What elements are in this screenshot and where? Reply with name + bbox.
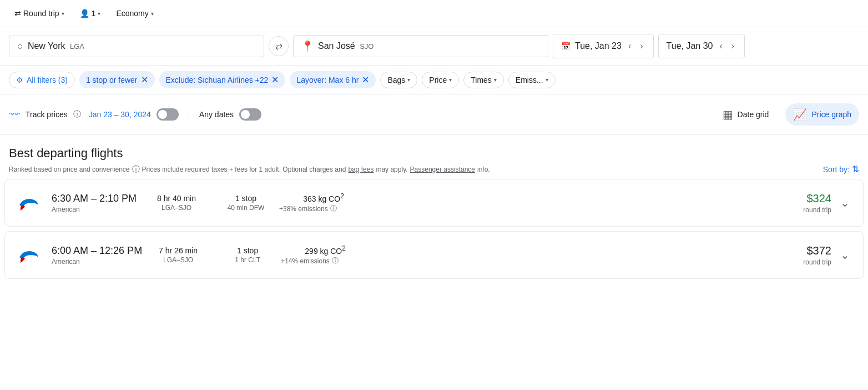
emissions-info-icon-2[interactable]: ⓘ xyxy=(332,256,339,266)
airlines-filter-remove[interactable]: ✕ xyxy=(271,74,279,85)
origin-field[interactable]: ○ New York LGA xyxy=(9,36,264,57)
filter-icon: ⚙ xyxy=(16,76,23,84)
bags-filter-button[interactable]: Bags ▾ xyxy=(380,72,417,88)
depart-time-1: 6:30 AM xyxy=(52,193,88,204)
departure-next-button[interactable]: › xyxy=(638,39,645,53)
cabin-class-chevron: ▾ xyxy=(151,11,154,17)
price-label-2: round trip xyxy=(759,258,831,266)
times-label: Times xyxy=(471,76,492,84)
destination-icon: 📍 xyxy=(301,40,314,52)
search-row: ○ New York LGA ⇄ 📍 San José SJO 📅 Tue, J… xyxy=(0,27,868,66)
filters-row: ⚙ All filters (3) 1 stop or fewer ✕ Excl… xyxy=(0,66,868,94)
sort-by-label: Sort by: xyxy=(823,165,850,174)
track-prices-label: Track prices xyxy=(26,110,68,119)
destination-code: SJO xyxy=(360,42,374,51)
times-filter-button[interactable]: Times ▾ xyxy=(463,72,504,88)
all-filters-label: All filters (3) xyxy=(27,76,68,84)
prices-note: Prices include required taxes + fees for… xyxy=(142,166,346,173)
flight-duration-2: 7 hr 26 min LGA–SJO xyxy=(142,246,214,264)
passengers-button[interactable]: 👤 1 ▾ xyxy=(74,6,107,21)
track-prices-slider xyxy=(157,108,179,121)
bag-fees-link[interactable]: bag fees xyxy=(348,166,374,173)
return-prev-button[interactable]: ‹ xyxy=(717,39,724,53)
arrive-time-2: 12:26 PM xyxy=(99,245,142,256)
emissions-pct-2: +14% emissions ⓘ xyxy=(281,256,370,266)
price-label: Price xyxy=(429,76,447,84)
price-amount-2: $372 xyxy=(759,244,831,257)
airlines-filter-label: Exclude: Sichuan Airlines +22 xyxy=(166,76,269,84)
stops-filter-remove[interactable]: ✕ xyxy=(141,74,148,85)
destination-field[interactable]: 📍 San José SJO xyxy=(293,35,548,57)
airlines-filter-chip[interactable]: Exclude: Sichuan Airlines +22 ✕ xyxy=(159,71,286,88)
layover-filter-label: Layover: Max 6 hr xyxy=(296,76,359,84)
best-departing-title: Best departing flights xyxy=(9,146,859,161)
any-dates-toggle[interactable] xyxy=(239,108,261,121)
trip-type-button[interactable]: ⇄ Round trip ▾ xyxy=(9,6,70,21)
flight-price-2: $372 round trip xyxy=(759,244,831,266)
flight-card-1[interactable]: 6:30 AM – 2:10 PM American 8 hr 40 min L… xyxy=(4,179,864,227)
layover-filter-remove[interactable]: ✕ xyxy=(362,74,369,85)
track-prices-toggle[interactable] xyxy=(157,108,179,121)
cabin-class-label: Economy xyxy=(116,9,148,18)
all-filters-button[interactable]: ⚙ All filters (3) xyxy=(9,72,75,88)
passengers-label: 1 xyxy=(92,9,96,18)
departure-date-field[interactable]: 📅 Tue, Jan 23 ‹ › xyxy=(553,34,654,58)
co2-sub-1: 2 xyxy=(340,192,344,200)
bags-chevron: ▾ xyxy=(407,77,410,83)
track-prices-info-icon[interactable]: ⓘ xyxy=(73,109,81,119)
flight-card-2[interactable]: 6:00 AM – 12:26 PM American 7 hr 26 min … xyxy=(4,231,864,279)
arrive-time-1: 2:10 PM xyxy=(99,193,137,204)
emissions-filter-button[interactable]: Emiss... ▾ xyxy=(508,72,556,88)
flight-depart-arrive-1: 6:30 AM – 2:10 PM xyxy=(52,193,140,204)
trip-type-label: Round trip xyxy=(23,9,59,18)
date-grid-icon: ▦ xyxy=(723,108,733,121)
price-graph-icon: 📈 xyxy=(793,108,807,121)
return-date-field[interactable]: Tue, Jan 30 ‹ › xyxy=(658,34,745,58)
passengers-chevron: ▾ xyxy=(98,11,100,17)
sort-icon: ⇅ xyxy=(852,164,859,174)
duration-1: 8 hr 40 min xyxy=(140,194,213,203)
subtitle-info-icon[interactable]: ⓘ xyxy=(132,164,140,174)
origin-code: LGA xyxy=(70,42,84,51)
price-graph-button[interactable]: 📈 Price graph xyxy=(785,103,859,126)
prices-note2: may apply. xyxy=(376,166,407,173)
departure-prev-button[interactable]: ‹ xyxy=(626,39,633,53)
track-prices-right: ▦ Date grid 📈 Price graph xyxy=(715,103,859,126)
any-dates-slider xyxy=(239,108,261,121)
flight-time-1: 6:30 AM – 2:10 PM American xyxy=(52,193,140,213)
price-amount-1: $324 xyxy=(759,192,831,205)
prices-note3: info. xyxy=(477,166,490,173)
top-bar: ⇄ Round trip ▾ 👤 1 ▾ Economy ▾ xyxy=(0,0,868,27)
emissions-info-icon-1[interactable]: ⓘ xyxy=(330,204,337,213)
price-chevron: ▾ xyxy=(449,77,452,83)
swap-button[interactable]: ⇄ xyxy=(269,36,289,56)
expand-button-2[interactable]: ⌄ xyxy=(836,246,854,264)
date-grid-button[interactable]: ▦ Date grid xyxy=(715,103,777,126)
stop-detail-1: 40 min DFW xyxy=(213,204,279,212)
track-prices-icon: 〰 xyxy=(9,108,20,121)
sort-by[interactable]: Sort by: ⇅ xyxy=(823,164,859,174)
price-filter-button[interactable]: Price ▾ xyxy=(422,72,459,88)
date-grid-label: Date grid xyxy=(738,110,769,119)
passenger-assistance-link[interactable]: Passenger assistance xyxy=(410,166,475,173)
trip-type-chevron: ▾ xyxy=(62,11,64,17)
departure-date-label: Tue, Jan 23 xyxy=(575,41,622,51)
price-graph-label: Price graph xyxy=(811,110,851,119)
return-date-label: Tue, Jan 30 xyxy=(667,41,713,51)
stops-filter-label: 1 stop or fewer xyxy=(86,76,138,84)
layover-filter-chip[interactable]: Layover: Max 6 hr ✕ xyxy=(290,71,376,88)
airline-name-1: American xyxy=(52,206,140,213)
american-airlines-logo-1 xyxy=(15,189,42,216)
track-prices-date-range: Jan 23 – 30, 2024 xyxy=(89,110,151,119)
airline-logo-1 xyxy=(14,188,43,217)
expand-button-1[interactable]: ⌄ xyxy=(836,194,854,212)
flight-duration-1: 8 hr 40 min LGA–SJO xyxy=(140,194,213,212)
destination-text: San José SJO xyxy=(318,41,374,51)
duration-2: 7 hr 26 min xyxy=(142,246,214,255)
flight-emissions-1: 363 kg CO2 +38% emissions ⓘ xyxy=(279,192,368,214)
swap-icon: ⇄ xyxy=(14,9,21,18)
cabin-class-button[interactable]: Economy ▾ xyxy=(110,6,159,21)
return-next-button[interactable]: › xyxy=(729,39,736,53)
stops-filter-chip[interactable]: 1 stop or fewer ✕ xyxy=(79,71,155,88)
co2-2: 299 kg CO2 xyxy=(281,244,370,256)
